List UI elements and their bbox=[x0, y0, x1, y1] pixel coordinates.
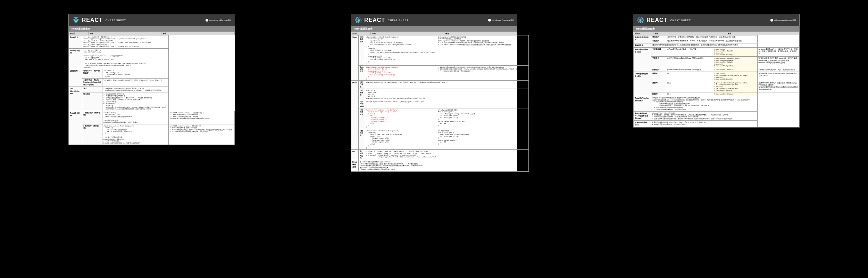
code-cell: let VDOM = React.createElement('h1',{id:… bbox=[102, 79, 169, 87]
desc-cell: 一般在一些收尾的工作，比如：取消订阅消息等 bbox=[757, 68, 799, 72]
table-row: 非控组件对表单的change事件和表单一个state，将用户的输入，体现在表单项… bbox=[634, 39, 799, 43]
phase-label: 初始化阶段 bbox=[651, 47, 666, 57]
svg-point-4 bbox=[358, 19, 359, 21]
col-topic: 知识点 bbox=[69, 32, 89, 35]
hooks-cell: 1.constructor() 2.getDerivedStateFromPro… bbox=[713, 72, 757, 81]
table-row: 更新时同上1.getDerivedStateFromProps(props,st… bbox=[634, 81, 799, 92]
text-cell: 用index作为key可能会引发的问题： 1 若对数据进行：逆序添加、逆序删除等… bbox=[651, 111, 757, 121]
trigger-cell: 同上 bbox=[666, 92, 713, 96]
table-row: props1 组件传值ReactDOM.render(<Person name=… bbox=[351, 80, 528, 89]
table-row: 卸载时同上1.componentWillUnmount() bbox=[634, 92, 799, 96]
github-link[interactable]: github.com/Hengyu-DU bbox=[770, 19, 796, 22]
phase-label: 挂载时 bbox=[651, 72, 666, 81]
table-row: React定义组件1 函数式组件（简单组件）function Demo(){ c… bbox=[69, 111, 234, 124]
trigger-cell: 由组件内部this.setState() 或parent重新render触发 bbox=[666, 57, 713, 68]
sub-label: 受控组件 bbox=[651, 35, 666, 39]
note-cell: 1.changeWeather在哪在是应该怎么绑定类： * Weather的原型… bbox=[437, 35, 529, 66]
hooks-cell: 1.componentWillReceiveProps() 2.shouldCo… bbox=[713, 57, 757, 68]
code-cell: 1. 定义虚拟DOM时，不要写引号。 2. 标签中混入JS表达式时要用 { }。… bbox=[102, 92, 169, 111]
phase-label: 卸载组件 bbox=[651, 68, 666, 72]
github-url: github.com/Hengyu-DU bbox=[209, 19, 231, 21]
sub-label: 含义 bbox=[82, 87, 102, 92]
table-row: State 简写方式class Weather extends React.Co… bbox=[351, 65, 528, 80]
header: REACT CHEAT SHEET github.com/Hengyu-DU bbox=[633, 14, 799, 26]
row-label: JSX (JavaScript XML) bbox=[69, 87, 82, 111]
sub-label: 4 函数式写法 bbox=[358, 108, 365, 129]
table-row: React中的key,key的作用是？详细的说：key是虚拟DOM对象的标识，在… bbox=[634, 96, 799, 111]
trigger-cell: 同上 bbox=[666, 81, 713, 92]
column-header: 知识点 用法 备注 bbox=[633, 32, 799, 35]
table-row: 5 类式写法class Person extends React.Compone… bbox=[351, 129, 528, 150]
github-url: github.com/Hengyu-DU bbox=[492, 19, 514, 21]
brand-title: REACT bbox=[364, 17, 385, 23]
col-usage: 用法 bbox=[653, 32, 726, 35]
code-cell: function Person(props){ // 形参给props cons… bbox=[365, 108, 437, 129]
text-cell: 详细的说：key是虚拟DOM对象的标识，在更新显示时key起着极其重要的作用。 … bbox=[651, 96, 757, 111]
react-logo-icon bbox=[637, 16, 644, 24]
table-row: React引入<!-- 引入react核心库，需要优先引入 --> <scrip… bbox=[69, 35, 234, 49]
table-row: StateState 基本使用class Weather extends Rea… bbox=[351, 35, 528, 66]
github-icon bbox=[488, 19, 491, 22]
code-cell: class Weather extends React.Component { … bbox=[365, 65, 437, 80]
sub-label: 1 组件传值 bbox=[358, 80, 365, 89]
sub-label: 2 类式组件（复杂组件） bbox=[82, 124, 102, 145]
table-row: 卸载组件由ReactDOM.unmountComponentAtNode()触发… bbox=[634, 68, 799, 72]
table-row: 4 函数式写法function Person(props){ // 形参给pro… bbox=[351, 108, 528, 129]
row-label: React定义组件 bbox=[69, 111, 82, 145]
section-title: React基础速查表 bbox=[351, 26, 517, 32]
note-cell: ReactDOM.render(<Demo/>,)这发生了什么？ 1. Reac… bbox=[168, 124, 234, 145]
phase-label: 更新阶段 bbox=[651, 57, 666, 68]
table-row: 2 批量传值const p1 = { name:'Tom', sex:'男', … bbox=[351, 89, 528, 100]
content-table: StateState 基本使用class Weather extends Rea… bbox=[351, 35, 529, 172]
sub-label: 非控组件 bbox=[651, 39, 666, 43]
table-row: 语法规则1. 定义虚拟DOM时，不要写引号。 2. 标签中混入JS表达式时要用 … bbox=[69, 92, 234, 111]
col-usage: 用法 bbox=[89, 32, 161, 35]
hooks-cell: 1.constructor() 2.componentWillMount() 3… bbox=[713, 47, 757, 57]
code-cell: <script type="text/javascript" src="../j… bbox=[365, 100, 528, 108]
code-cell: let VDOM = ( <h1 id="atguigu"> <span>Hel… bbox=[102, 69, 169, 79]
row-label: 开发中如何选择key？ bbox=[634, 121, 651, 127]
subtitle: CHEAT SHEET bbox=[388, 19, 408, 22]
note-cell: // 限制props类型及是否必传 Person.propTypes = { n… bbox=[437, 108, 529, 129]
row-label: React事件处理 bbox=[351, 160, 358, 171]
table-row: 更新阶段由组件内部this.setState() 或parent重新render… bbox=[634, 57, 799, 68]
sub-label: 创建方式二：用js的React.createElement(标签名,obj)创建 bbox=[82, 79, 102, 87]
row-label: 受控组件非受控组件 bbox=[634, 35, 651, 43]
col-notes: 备注 bbox=[726, 32, 799, 35]
table-row: 3 加prop-types<script type="text/javascri… bbox=[351, 100, 528, 108]
col-usage: 用法 bbox=[371, 32, 444, 35]
text-cell: 通过闭包调用继续返回函数的方式，实现多次接收参数最后统一处理的函数编码形式。(用… bbox=[651, 43, 757, 47]
table-row: React生命周期钩子（旧） 初始化阶段由ReactDOM.render()触发… bbox=[634, 47, 799, 57]
table-row: React基本使用<!-- 准备好一个容器 --> <div id="test"… bbox=[69, 48, 234, 69]
row-label: State bbox=[351, 35, 358, 81]
hooks-cell: 1.componentWillUnmount() bbox=[713, 92, 757, 96]
table-row: JSX (JavaScript XML)含义* jsx是react定义的一种类似… bbox=[69, 87, 234, 92]
github-url: github.com/Hengyu-DU bbox=[774, 19, 796, 21]
sub-label: Ref的三种方式 bbox=[358, 150, 365, 160]
code-cell: <!-- 引入react核心库，需要优先引入 --> <script type=… bbox=[82, 35, 169, 49]
github-icon bbox=[206, 19, 208, 22]
code-cell: * jsx是react定义的一种类似于XML的JS扩展语法：JS + XML *… bbox=[102, 87, 169, 92]
github-link[interactable]: github.com/Hengyu-DU bbox=[206, 19, 231, 22]
row-label: React生命周期钩子（新） bbox=[634, 72, 651, 96]
code-cell: <!-- 准备好一个容器 --> <div id="test"></div> <… bbox=[82, 48, 169, 69]
sub-label: State 简写方式 bbox=[358, 65, 365, 80]
table-row: React生命周期钩子（新） 挂载时同上1.constructor() 2.ge… bbox=[634, 72, 799, 81]
table-row: 函数柯里化通过闭包调用继续返回函数的方式，实现多次接收参数最后统一处理的函数编码… bbox=[634, 43, 799, 47]
desc-cell bbox=[757, 92, 799, 96]
desc-cell: *更新时如果是父组件重新render触发，则开始 *如果this.setStat… bbox=[757, 57, 799, 68]
text-cell: 1 最好使用每条数据的唯一标识作为key，比如id、手机号、身份证号、学号等唯一… bbox=[651, 121, 757, 127]
section-title: React基础速查表 bbox=[633, 26, 799, 32]
trigger-cell: 同上 bbox=[666, 72, 713, 81]
table-row: 创建方式二：用js的React.createElement(标签名,obj)创建… bbox=[69, 79, 234, 87]
github-link[interactable]: github.com/Hengyu-DU bbox=[488, 19, 514, 22]
svg-point-8 bbox=[640, 19, 641, 21]
row-label: React生命周期钩子（旧） bbox=[634, 47, 651, 72]
code-cell: class Person extends React.Component{ re… bbox=[365, 129, 437, 150]
sub-label: 语法规则 bbox=[82, 92, 102, 111]
trigger-cell: 由ReactDOM.render()触发——初次渲染 bbox=[666, 47, 713, 57]
cheatsheet-page-2: REACT CHEAT SHEET github.com/Hengyu-DU R… bbox=[351, 14, 517, 172]
sub-label: 2 批量传值 bbox=[358, 89, 365, 100]
phase-label: 卸载时 bbox=[651, 92, 666, 96]
sub-label: 3 加prop-types bbox=[358, 100, 365, 108]
